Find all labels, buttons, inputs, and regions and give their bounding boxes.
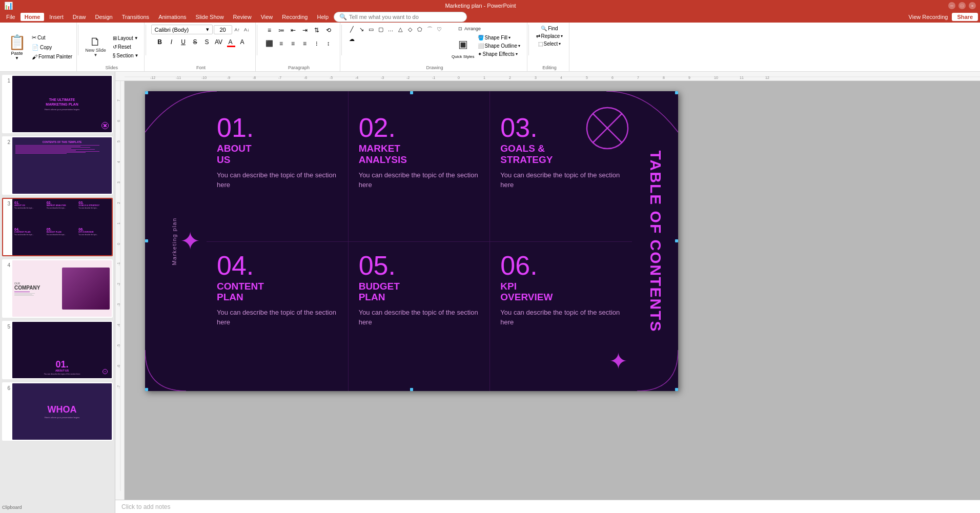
find-button[interactable]: 🔍 Find (539, 25, 560, 32)
justify-button[interactable]: ≡ (299, 38, 311, 49)
decrease-font-button[interactable]: A↓ (242, 26, 251, 34)
cols-button[interactable]: ⫶ (311, 38, 322, 49)
slide-thumb-3[interactable]: 3 01. ABOUT US You can describe the topi… (2, 198, 113, 256)
text-direction-button[interactable]: ⇅ (311, 25, 322, 36)
effects-icon: ✦ (478, 51, 482, 57)
svg-text:5: 5 (117, 140, 120, 142)
shape-more[interactable]: … (386, 25, 395, 34)
increase-font-button[interactable]: A↑ (233, 26, 242, 34)
italic-button[interactable]: I (166, 36, 177, 48)
shape-diamond[interactable]: ◇ (405, 25, 415, 34)
maximize-button[interactable]: □ (958, 2, 966, 9)
align-right-button[interactable]: ≡ (288, 38, 299, 49)
strikethrough-button[interactable]: S (190, 36, 201, 48)
svg-text:3: 3 (117, 181, 120, 183)
align-center-button[interactable]: ≡ (276, 38, 287, 49)
svg-text:0: 0 (458, 76, 460, 79)
new-slide-button[interactable]: 🗋 New Slide ▼ (83, 35, 109, 59)
slide-thumb-6[interactable]: 6 WHOA Here's where your presentation be… (2, 382, 113, 441)
arrange-button[interactable]: ⊡ Arrange (452, 25, 487, 33)
slide-thumb-1[interactable]: 1 THE ULTIMATEMARKETING PLAN Here's wher… (2, 75, 113, 133)
layout-button[interactable]: ⊞ Layout ▼ (111, 34, 141, 42)
shape-fill-button[interactable]: 🪣 Shape Fill ▾ (476, 34, 522, 42)
shape-outline-button[interactable]: ⬜ Shape Outline ▾ (476, 42, 522, 50)
copy-button[interactable]: 📄 Copy (30, 43, 74, 52)
menu-home[interactable]: Home (21, 13, 45, 21)
shape-triangle[interactable]: △ (396, 25, 405, 34)
format-painter-icon: 🖌 (32, 54, 37, 60)
menu-transitions[interactable]: Transitions (118, 13, 153, 21)
menu-recording[interactable]: Recording (278, 13, 312, 21)
main-slide[interactable]: ✦ ✦ Marketing plan (145, 91, 678, 391)
font-size-field[interactable]: 20 (214, 25, 232, 34)
ribbon: 📋 Paste ▼ ✂ Cut 📄 Copy 🖌 Format Painter … (0, 23, 980, 72)
svg-text:-12: -12 (150, 76, 155, 79)
shape-heart[interactable]: ♡ (435, 25, 444, 34)
shape-pentagon[interactable]: ⬠ (415, 25, 424, 34)
menu-slideshow[interactable]: Slide Show (192, 13, 228, 21)
notes-placeholder[interactable]: Click to add notes (121, 503, 170, 510)
view-recording-label[interactable]: View Recording (909, 14, 948, 20)
editing-group: 🔍 Find ⇄ Replace ▾ ⬚ Select ▾ Editing (530, 23, 570, 71)
replace-button[interactable]: ⇄ Replace ▾ (534, 32, 565, 40)
cut-button[interactable]: ✂ Cut (30, 33, 74, 42)
highlight-button[interactable]: A (237, 36, 248, 48)
shape-effects-button[interactable]: ✦ Shape Effects ▾ (476, 50, 522, 58)
grid-item-06: 06. KPIOVERVIEW You can describe the top… (490, 241, 632, 392)
search-input[interactable] (349, 14, 441, 20)
search-box[interactable]: 🔍 (334, 12, 467, 22)
convert-smartart-button[interactable]: ⟲ (323, 25, 334, 36)
fill-icon: 🪣 (478, 35, 484, 40)
quick-styles-container: ▣ Quick Styles (452, 34, 474, 59)
menu-file[interactable]: File (2, 13, 19, 21)
menu-review[interactable]: Review (229, 13, 256, 21)
paste-button[interactable]: 📋 Paste ▼ (4, 25, 30, 69)
char-spacing-button[interactable]: AV (213, 36, 224, 48)
shape-rounded-rect[interactable]: ▢ (376, 25, 385, 34)
align-left-button[interactable]: ⬛ (264, 38, 275, 49)
shape-line[interactable]: ╱ (347, 25, 356, 34)
close-button[interactable]: × (969, 2, 976, 9)
underline-button[interactable]: U (178, 36, 189, 48)
grid-item-01: 01. ABOUTUS You can describe the topic o… (207, 91, 349, 241)
line-spacing-button[interactable]: ↕ (323, 38, 334, 49)
app-menu-left: 📊 (4, 2, 13, 10)
slide-viewport[interactable]: ✦ ✦ Marketing plan (125, 81, 980, 500)
increase-indent-button[interactable]: ⇥ (299, 25, 311, 36)
slide-thumb-2[interactable]: 2 CONTENTS OF THIS TEMPLATE (2, 136, 113, 195)
menu-help[interactable]: Help (313, 13, 333, 21)
select-button[interactable]: ⬚ Select ▾ (536, 40, 563, 48)
share-button[interactable]: Share (952, 13, 978, 21)
menu-view[interactable]: View (257, 13, 277, 21)
bullets-button[interactable]: ≡ (264, 25, 275, 36)
menu-design[interactable]: Design (91, 13, 116, 21)
shapes-container: ╱ ↘ ▭ ▢ … △ ◇ ⬠ ⌒ ♡ ☁ (347, 25, 450, 44)
menu-animations[interactable]: Animations (154, 13, 190, 21)
slide-thumb-4[interactable]: 4 OUR COMPANY (2, 259, 113, 318)
font-color-button[interactable]: A (225, 36, 236, 48)
shape-arrow[interactable]: ↘ (357, 25, 366, 34)
quick-styles-button[interactable]: ▣ (453, 34, 473, 54)
text-shadow-button[interactable]: S (201, 36, 213, 48)
paste-icon: 📋 (8, 34, 26, 51)
slide-thumb-5[interactable]: 5 01. ABOUT US You can describe the topi… (2, 321, 113, 379)
font-name-dropdown[interactable]: Calibri (Body) ▾ (151, 25, 213, 34)
minimize-button[interactable]: ─ (948, 2, 955, 9)
format-painter-button[interactable]: 🖌 Format Painter (30, 53, 74, 61)
shape-options: 🪣 Shape Fill ▾ ⬜ Shape Outline ▾ ✦ Shape… (476, 34, 522, 59)
reset-button[interactable]: ↺ Reset (111, 43, 141, 51)
menu-draw[interactable]: Draw (69, 13, 90, 21)
app-title: Marketing plan - PowerPoint (13, 3, 948, 9)
decrease-indent-button[interactable]: ⇤ (288, 25, 299, 36)
shape-arc[interactable]: ⌒ (425, 25, 434, 34)
section-button[interactable]: § Section ▼ (111, 52, 141, 59)
slide-panel[interactable]: 1 THE ULTIMATEMARKETING PLAN Here's wher… (0, 72, 115, 513)
notes-area[interactable]: Click to add notes (115, 500, 980, 513)
content-grid: 01. ABOUTUS You can describe the topic o… (207, 91, 632, 391)
svg-text:-10: -10 (201, 76, 207, 79)
menu-insert[interactable]: Insert (45, 13, 68, 21)
shape-cloud[interactable]: ☁ (347, 34, 356, 44)
shape-rect[interactable]: ▭ (366, 25, 376, 34)
numbering-button[interactable]: ≔ (276, 25, 287, 36)
bold-button[interactable]: B (154, 36, 166, 48)
